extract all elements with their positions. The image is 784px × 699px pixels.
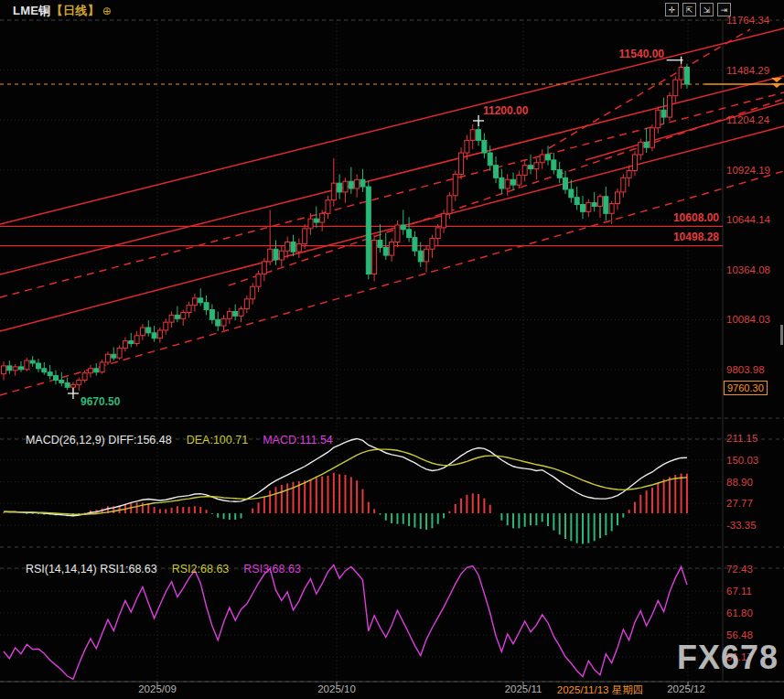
axis-tick-label: 67.11	[726, 586, 752, 597]
axis-tick-label: 61.80	[726, 608, 753, 618]
macd-diff-value: MACD(26,12,9) DIFF:156.48	[26, 434, 172, 446]
rsi1-value: RSI(14,14,14) RSI1:68.63	[26, 563, 157, 575]
time-label: 2025/12	[667, 683, 705, 694]
time-axis[interactable]: 2025/092025/102025/112025/11/13 星期四2025/…	[0, 683, 784, 699]
peak-high-label: 11540.00	[591, 48, 664, 60]
watermark: FX678	[677, 639, 779, 677]
trendline-dashed	[0, 171, 784, 395]
macd-histogram	[4, 473, 687, 544]
trendline-solid	[0, 28, 784, 224]
axis-tick-label: 27.77	[726, 498, 753, 509]
price-axis-box: 9760.30	[724, 381, 768, 395]
symbol-name: LME铜	[13, 4, 51, 17]
circle-plus-icon[interactable]: ⊕	[102, 5, 112, 17]
title-bar: LME铜【日线】⊕ ✛⇱⇲⇥	[0, 0, 784, 20]
axis-tick-label: 150.03	[726, 455, 758, 466]
axis-tick-label: 10924.19	[726, 165, 770, 176]
axis-tick-label: 9803.98	[726, 364, 765, 375]
extreme-markers	[68, 57, 683, 399]
support-line-1-label: 10608.00	[646, 211, 719, 224]
chart-title: LME铜【日线】⊕	[13, 3, 112, 19]
current-price-marker-icon	[771, 78, 784, 91]
autoscroll-icon[interactable]: ⇲	[700, 3, 714, 16]
axis-tick-label: 72.43	[726, 564, 753, 575]
swing-high-label: 11200.00	[483, 104, 528, 117]
rsi2-value: RSI2:68.63	[172, 563, 230, 575]
time-label: 2025/10	[317, 683, 356, 694]
goto-latest-icon[interactable]: ⇥	[717, 3, 731, 16]
chart-toolbar: ✛⇱⇲⇥	[665, 3, 731, 16]
axis-tick-label: 11484.29	[726, 65, 769, 76]
support-line-2-label: 10498.28	[646, 231, 719, 243]
rsi3-value: RSI3:68.63	[243, 563, 301, 575]
macd-macd-value: MACD:111.54	[263, 434, 333, 446]
time-label-highlighted: 2025/11/13 星期四	[557, 683, 643, 697]
time-label: 2025/11	[505, 683, 542, 694]
axis-tick-label: 211.15	[726, 433, 757, 444]
macd-dea-value: DEA:100.71	[187, 434, 248, 446]
axis-tick-label: 10084.03	[726, 314, 770, 325]
time-label: 2025/09	[138, 683, 177, 694]
price-axis-scrollbar-thumb[interactable]	[780, 325, 783, 345]
macd-header: MACD(26,12,9) DIFF:156.48DEA:100.71MACD:…	[13, 421, 333, 459]
rsi-header: RSI(14,14,14) RSI1:68.63RSI2:68.63RSI3:6…	[13, 550, 301, 588]
axis-tick-label: -33.35	[726, 520, 757, 531]
axis-tick-label: 88.90	[726, 477, 753, 488]
trendline-solid	[585, 102, 784, 160]
move-crosshair-icon[interactable]: ✛	[665, 3, 679, 16]
axis-tick-label: 10364.08	[726, 264, 770, 275]
price-chart-canvas[interactable]: 11764.3411484.2911204.2410924.1910644.14…	[0, 0, 784, 699]
axis-tick-label: 11204.24	[726, 114, 770, 125]
axis-labels: 11764.3411484.2911204.2410924.1910644.14…	[726, 15, 771, 662]
fit-width-icon[interactable]: ⇱	[682, 3, 696, 16]
axis-tick-label: 10644.14	[726, 214, 771, 225]
interval-label: 【日线】	[51, 4, 100, 17]
trendline-solid	[0, 126, 784, 331]
chart-window: 11764.3411484.2911204.2410924.1910644.14…	[0, 0, 784, 699]
swing-low-label: 9670.50	[81, 395, 120, 408]
